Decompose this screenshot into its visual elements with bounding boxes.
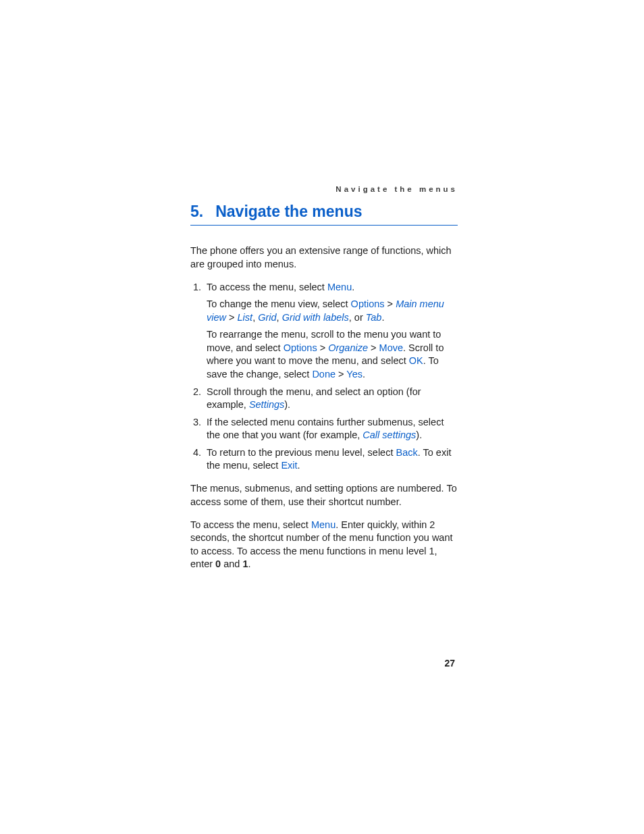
digit-one: 1 bbox=[242, 558, 248, 569]
yes-label: Yes bbox=[346, 369, 363, 380]
back-label: Back bbox=[396, 447, 417, 458]
step-3: If the selected menu contains further su… bbox=[204, 416, 458, 442]
step-1-line-2: To change the menu view, select Options … bbox=[207, 298, 458, 324]
menu-label-2: Menu bbox=[311, 519, 336, 530]
tab-label: Tab bbox=[366, 312, 382, 323]
text: , or bbox=[349, 312, 366, 323]
options-label-2: Options bbox=[284, 342, 317, 353]
text: To change the menu view, select bbox=[207, 298, 351, 309]
text: , bbox=[277, 312, 282, 323]
organize-label: Organize bbox=[328, 342, 368, 353]
text: , bbox=[252, 312, 258, 323]
step-4: To return to the previous menu level, se… bbox=[204, 446, 458, 473]
separator: > bbox=[317, 342, 329, 353]
page-container: Navigate the menus 5.Navigate the menus … bbox=[0, 0, 644, 834]
options-label: Options bbox=[351, 298, 385, 309]
done-label: Done bbox=[312, 369, 336, 380]
list-label: List bbox=[238, 312, 253, 323]
separator: > bbox=[336, 369, 346, 380]
chapter-heading: 5.Navigate the menus bbox=[190, 203, 458, 226]
text: To return to the previous menu level, se… bbox=[207, 447, 396, 458]
running-header: Navigate the menus bbox=[336, 185, 458, 193]
outro-paragraph-2: To access the menu, select Menu. Enter q… bbox=[190, 519, 458, 571]
text: . bbox=[352, 282, 354, 292]
grid-with-labels-label: Grid with labels bbox=[282, 312, 349, 323]
text: and bbox=[221, 558, 242, 569]
text: . bbox=[248, 558, 251, 569]
text: . bbox=[298, 460, 300, 471]
intro-paragraph: The phone offers you an extensive range … bbox=[190, 244, 458, 271]
chapter-number: 5. bbox=[190, 203, 203, 220]
text: To access the menu, select bbox=[207, 282, 327, 292]
text: To access the menu, select bbox=[190, 519, 311, 530]
menu-label: Menu bbox=[327, 282, 352, 292]
text: ). bbox=[284, 399, 290, 410]
chapter-title: Navigate the menus bbox=[215, 203, 362, 220]
text: . bbox=[381, 312, 384, 323]
grid-label: Grid bbox=[258, 312, 276, 323]
text: ). bbox=[416, 429, 422, 440]
separator: > bbox=[226, 312, 238, 323]
text: Scroll through the menu, and select an o… bbox=[207, 386, 421, 411]
step-2: Scroll through the menu, and select an o… bbox=[204, 386, 458, 412]
step-1-line-3: To rearrange the menu, scroll to the men… bbox=[207, 328, 458, 381]
text: . bbox=[363, 369, 365, 380]
outro-paragraph-1: The menus, submenus, and setting options… bbox=[190, 482, 458, 509]
call-settings-label: Call settings bbox=[363, 429, 416, 440]
step-1-line-1: To access the menu, select Menu. bbox=[207, 281, 458, 294]
exit-label: Exit bbox=[281, 460, 297, 471]
step-1: To access the menu, select Menu. To chan… bbox=[204, 281, 458, 382]
digit-zero: 0 bbox=[215, 558, 221, 569]
settings-label: Settings bbox=[249, 399, 284, 410]
ok-label: OK bbox=[409, 355, 423, 366]
separator: > bbox=[368, 342, 379, 353]
separator: > bbox=[385, 298, 396, 309]
steps-list: To access the menu, select Menu. To chan… bbox=[190, 281, 458, 473]
page-number: 27 bbox=[444, 658, 455, 669]
move-label: Move bbox=[379, 342, 403, 353]
